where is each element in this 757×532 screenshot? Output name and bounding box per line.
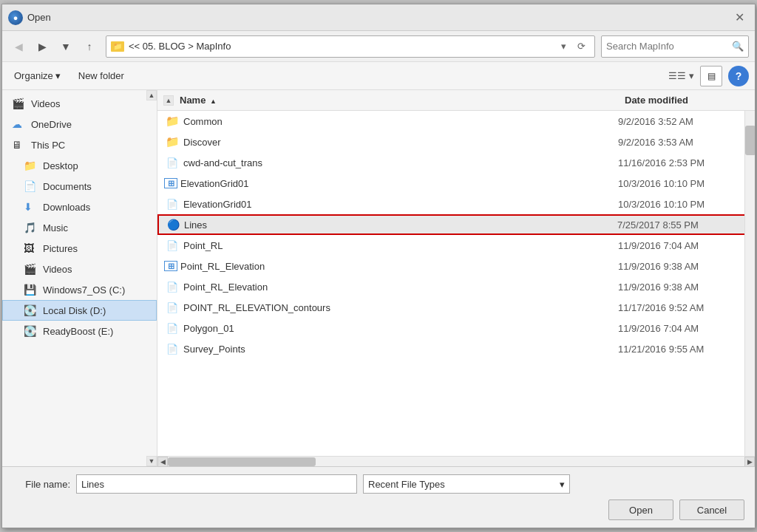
back-button[interactable]: ◀: [8, 36, 29, 57]
search-input[interactable]: [606, 41, 732, 52]
file-name: Survey_Points: [183, 344, 618, 355]
grid-icon: ⊞: [164, 261, 177, 271]
file-name: Discover: [183, 137, 618, 148]
onedrive-icon: ☁: [12, 118, 27, 130]
file-date: 11/16/2016 2:53 PM: [618, 157, 751, 168]
sidebar-item-readyboost[interactable]: 💽 ReadyBoost (E:): [2, 321, 157, 341]
table-row[interactable]: 📁 Discover 9/2/2016 3:53 AM: [157, 132, 755, 152]
horizontal-scrollbar[interactable]: ◀ ▶: [157, 456, 755, 466]
file-name: POINT_RL_ELEVATION_contours: [183, 302, 618, 313]
open-dialog: ● Open ✕ ◀ ▶ ▼ ↑ 📁 << 05. BLOG > MapInfo…: [1, 4, 756, 528]
col-date-header[interactable]: Date modified: [622, 95, 755, 106]
view-controls: ☰☰ ▾: [667, 66, 694, 86]
videos2-icon: 🎬: [24, 263, 38, 275]
sidebar-item-thispc[interactable]: 🖥 This PC: [2, 134, 157, 155]
sidebar-item-windows7[interactable]: 💾 Windows7_OS (C:): [2, 279, 157, 300]
file-list-header: ▲ Name ▲ Date modified: [157, 90, 755, 111]
sidebar-item-desktop[interactable]: 📁 Desktop: [2, 155, 157, 176]
file-name: Point_RL: [183, 240, 618, 251]
sidebar-item-readyboost-label: ReadyBoost (E:): [43, 326, 113, 337]
folder-icon: 📁: [164, 115, 180, 128]
sidebar-item-downloads-label: Downloads: [43, 202, 90, 213]
new-folder-button[interactable]: New folder: [72, 67, 130, 84]
file-doc-icon: 📄: [164, 156, 180, 169]
hscroll-left[interactable]: ◀: [157, 457, 168, 467]
file-doc-icon: 📄: [164, 280, 180, 293]
organize-button[interactable]: Organize ▾: [8, 67, 67, 84]
organize-chevron: ▾: [55, 70, 61, 81]
help-button[interactable]: ?: [728, 66, 749, 86]
table-row[interactable]: 📄 Point_RL 11/9/2016 7:04 AM: [157, 235, 755, 256]
videos-icon: 🎬: [12, 98, 27, 109]
file-date: 11/9/2016 7:04 AM: [618, 240, 751, 251]
file-name: Polygon_01: [183, 323, 618, 334]
sidebar-scroll-up[interactable]: ▲: [146, 90, 157, 100]
sidebar-item-videos[interactable]: 🎬 Videos: [2, 93, 157, 114]
pane-button[interactable]: ▤: [700, 66, 722, 86]
view-chevron[interactable]: ▾: [689, 70, 694, 81]
filename-input[interactable]: [76, 474, 357, 494]
address-refresh[interactable]: ⟳: [572, 38, 590, 55]
music-icon: 🎵: [24, 222, 38, 233]
header-scroll-up[interactable]: ▲: [163, 95, 174, 106]
hscroll-track: [168, 457, 744, 467]
table-row[interactable]: ⊞ ElevationGrid01 10/3/2016 10:10 PM: [157, 173, 755, 194]
sidebar-item-videos2[interactable]: 🎬 Videos: [2, 259, 157, 279]
downloads-icon: ⬇: [24, 201, 38, 213]
address-path: << 05. BLOG > MapInfo: [129, 41, 554, 52]
table-row[interactable]: 📄 cwd-and-cut_trans 11/16/2016 2:53 PM: [157, 152, 755, 173]
sidebar-item-pictures-label: Pictures: [43, 243, 78, 254]
table-row[interactable]: 📄 Polygon_01 11/9/2016 7:04 AM: [157, 318, 755, 338]
file-name: Lines: [184, 219, 617, 231]
table-row-lines[interactable]: 🔵 Lines 7/25/2017 8:55 PM: [157, 214, 755, 235]
address-bar[interactable]: 📁 << 05. BLOG > MapInfo ▾ ⟳: [106, 35, 595, 58]
sidebar-item-documents[interactable]: 📄 Documents: [2, 176, 157, 197]
sidebar-item-music[interactable]: 🎵 Music: [2, 217, 157, 238]
action-bar: Organize ▾ New folder ☰☰ ▾ ▤ ?: [2, 62, 755, 90]
filetype-label: Recent File Types: [368, 479, 445, 490]
localdisk-icon: 💽: [24, 304, 38, 316]
file-doc-icon: 📄: [164, 239, 180, 252]
table-row[interactable]: 📁 Common 9/2/2016 3:52 AM: [157, 111, 755, 132]
navigation-toolbar: ◀ ▶ ▼ ↑ 📁 << 05. BLOG > MapInfo ▾ ⟳ 🔍: [2, 31, 755, 62]
main-area: ▲ 🎬 Videos ☁ OneDrive 🖥 This PC 📁 Deskto…: [2, 90, 755, 466]
table-row[interactable]: 📄 ElevationGrid01 10/3/2016 10:10 PM: [157, 194, 755, 214]
search-box[interactable]: 🔍: [601, 35, 749, 58]
dropdown-button[interactable]: ▼: [55, 36, 76, 57]
file-scrollbar-thumb[interactable]: [745, 126, 755, 155]
organize-label: Organize: [14, 70, 53, 81]
table-row[interactable]: ⊞ Point_RL_Elevation 11/9/2016 9:38 AM: [157, 256, 755, 276]
up-button[interactable]: ↑: [79, 36, 100, 57]
filetype-select[interactable]: Recent File Types ▾: [363, 474, 570, 494]
forward-button[interactable]: ▶: [32, 36, 52, 57]
file-name: Point_RL_Elevation: [180, 261, 618, 272]
file-date: 9/2/2016 3:52 AM: [618, 116, 751, 127]
title-bar: ● Open ✕: [2, 4, 755, 31]
table-row[interactable]: 📄 Point_RL_Elevation 11/9/2016 9:38 AM: [157, 276, 755, 297]
search-icon[interactable]: 🔍: [732, 41, 744, 52]
sidebar-item-localdisk[interactable]: 💽 Local Disk (D:): [2, 300, 157, 321]
sidebar-scroll-down[interactable]: ▼: [146, 456, 157, 466]
hscroll-right[interactable]: ▶: [744, 457, 755, 467]
address-folder-icon: 📁: [111, 41, 124, 52]
sidebar-item-onedrive-label: OneDrive: [31, 119, 72, 130]
desktop-icon: 📁: [24, 160, 38, 171]
sidebar-item-onedrive[interactable]: ☁ OneDrive: [2, 114, 157, 134]
col-sort-arrow: ▲: [210, 98, 217, 105]
thispc-icon: 🖥: [12, 139, 27, 151]
cancel-button[interactable]: Cancel: [679, 499, 744, 520]
table-row[interactable]: 📄 POINT_RL_ELEVATION_contours 11/17/2016…: [157, 297, 755, 318]
open-button[interactable]: Open: [608, 499, 673, 520]
sidebar-item-downloads[interactable]: ⬇ Downloads: [2, 197, 157, 217]
file-scrollbar[interactable]: [744, 111, 755, 456]
file-date: 10/3/2016 10:10 PM: [618, 178, 751, 189]
table-row[interactable]: 📄 Survey_Points 11/21/2016 9:55 AM: [157, 338, 755, 359]
address-chevron[interactable]: ▾: [554, 38, 572, 55]
view-list-button[interactable]: ☰☰: [667, 66, 688, 86]
sidebar-item-pictures[interactable]: 🖼 Pictures: [2, 238, 157, 259]
readyboost-icon: 💽: [24, 325, 38, 337]
close-button[interactable]: ✕: [730, 8, 749, 27]
hscroll-thumb[interactable]: [168, 457, 316, 466]
col-name-header[interactable]: Name ▲: [177, 95, 622, 106]
file-date: 7/25/2017 8:55 PM: [617, 219, 750, 231]
